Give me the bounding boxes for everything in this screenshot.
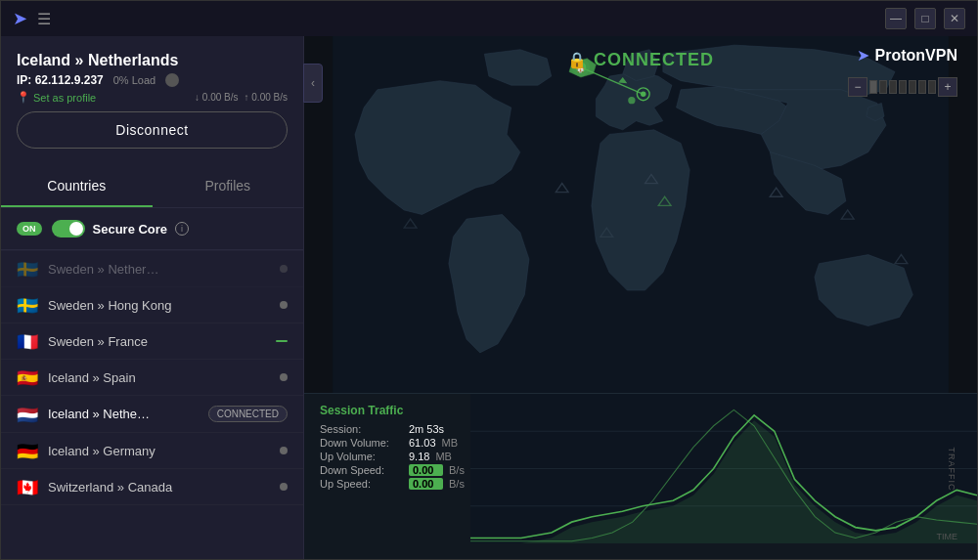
stat-label: Down Speed: <box>320 464 403 476</box>
time-label: TIME <box>937 532 958 541</box>
svg-point-6 <box>641 92 645 97</box>
chart-area: TRAFFIC TIME <box>470 394 977 543</box>
ip-load-row: IP: 62.112.9.237 0% Load <box>17 73 288 87</box>
flag-icon: 🇸🇪 <box>17 297 38 313</box>
connected-label: CONNECTED <box>594 50 714 70</box>
traffic-panel: Session Traffic Session: 2m 53s Down Vol… <box>304 393 977 559</box>
disconnect-button[interactable]: Disconnect <box>17 111 288 149</box>
down-speed: ↓ 0.00 B/s <box>195 92 238 103</box>
server-item-name: Iceland » Germany <box>48 444 280 458</box>
stat-label: Up Volume: <box>320 451 403 462</box>
proton-logo-text: ProtonVPN <box>875 47 957 65</box>
title-bar-left: ➤ ☰ <box>13 8 51 29</box>
secure-core-toggle[interactable] <box>52 220 85 237</box>
up-speed: ↑ 0.00 B/s <box>244 92 288 103</box>
proton-brand-icon: ➤ <box>857 46 869 65</box>
list-item[interactable]: 🇸🇪 Sweden » Hong Kong <box>1 287 303 323</box>
secure-core-label: Secure Core <box>93 222 168 237</box>
zoom-controls: − + <box>848 77 957 97</box>
tab-countries[interactable]: Countries <box>1 166 153 207</box>
stat-label: Session: <box>320 423 403 435</box>
load-indicator <box>165 73 179 87</box>
tab-profiles[interactable]: Profiles <box>153 166 304 207</box>
svg-point-7 <box>628 97 635 104</box>
left-panel: Iceland » Netherlands IP: 62.112.9.237 0… <box>1 36 304 559</box>
server-item-name: Sweden » Hong Kong <box>48 298 280 313</box>
flag-icon: 🇪🇸 <box>17 369 38 385</box>
zoom-segment <box>879 80 887 94</box>
zoom-segment <box>918 80 926 94</box>
server-item-name: Iceland » Spain <box>48 370 280 385</box>
list-item[interactable]: 🇩🇪 Iceland » Germany <box>1 433 303 469</box>
stat-unit: MB <box>435 451 452 462</box>
main-content: Iceland » Netherlands IP: 62.112.9.237 0… <box>1 36 977 559</box>
hamburger-menu[interactable]: ☰ <box>37 10 51 28</box>
server-item-name: Sweden » Nether… <box>48 262 280 277</box>
traffic-vertical-label: TRAFFIC <box>947 447 956 491</box>
server-load-dot <box>280 301 288 309</box>
server-load-dot <box>280 265 288 273</box>
toggle-on-label: ON <box>17 222 42 236</box>
speed-info: ↓ 0.00 B/s ↑ 0.00 B/s <box>195 92 288 103</box>
zoom-segment <box>869 80 877 94</box>
connection-info: Iceland » Netherlands IP: 62.112.9.237 0… <box>1 36 303 158</box>
secure-core-row: ON Secure Core i <box>1 208 303 250</box>
flag-icon: 🇳🇱 <box>17 407 38 422</box>
stat-value: 61.03 <box>409 437 436 449</box>
server-name: Iceland » Netherlands <box>17 52 288 69</box>
close-button[interactable]: ✕ <box>944 8 965 29</box>
set-profile-link[interactable]: 📍 Set as profile <box>17 91 96 104</box>
server-item-name: Sweden » France <box>48 334 276 349</box>
server-load-dot <box>280 483 288 491</box>
proton-nav-icon: ➤ <box>13 8 27 29</box>
collapse-panel-button[interactable]: ‹ <box>303 64 323 103</box>
zoom-segment <box>889 80 897 94</box>
stat-value: 2m 53s <box>409 423 444 435</box>
server-item-name: Switzerland » Canada <box>48 480 280 495</box>
minimize-button[interactable]: — <box>885 8 907 29</box>
stat-unit: MB <box>442 437 459 449</box>
flag-icon: 🇸🇪 <box>17 261 38 277</box>
stat-value: 9.18 <box>409 451 429 462</box>
right-panel: ‹ <box>304 36 977 559</box>
minus-indicator <box>276 340 288 342</box>
zoom-segment <box>899 80 907 94</box>
maximize-button[interactable]: □ <box>914 8 936 29</box>
zoom-bar <box>869 80 936 94</box>
app-window: ➤ ☰ — □ ✕ Iceland » Netherlands IP: 62.1… <box>0 0 978 560</box>
server-list: ON Secure Core i 🇸🇪 Sweden » Nether… 🇸🇪 … <box>1 208 303 559</box>
stat-unit: B/s <box>449 464 465 476</box>
proton-branding: ➤ ProtonVPN <box>857 46 957 65</box>
list-item[interactable]: 🇨🇦 Switzerland » Canada <box>1 469 303 505</box>
stat-label: Down Volume: <box>320 437 403 449</box>
connected-status: 🔒 CONNECTED <box>567 50 714 70</box>
lock-icon: 🔒 <box>567 51 588 69</box>
flag-icon: 🇫🇷 <box>17 333 38 349</box>
connected-badge: CONNECTED <box>208 406 288 422</box>
map-container: 🏠 <box>304 36 977 393</box>
list-item[interactable]: 🇸🇪 Sweden » Nether… <box>1 250 303 287</box>
stat-unit: B/s <box>449 478 465 490</box>
server-load-dot <box>280 447 288 454</box>
zoom-minus-button[interactable]: − <box>848 77 867 97</box>
list-item[interactable]: 🇪🇸 Iceland » Spain <box>1 360 303 396</box>
set-profile-label: Set as profile <box>33 92 96 104</box>
list-item[interactable]: 🇳🇱 Iceland » Nethe… CONNECTED <box>1 396 303 433</box>
zoom-segment <box>909 80 916 94</box>
list-item[interactable]: 🇫🇷 Sweden » France <box>1 323 303 360</box>
pin-icon: 📍 <box>17 91 30 104</box>
server-item-name: Iceland » Nethe… <box>48 407 208 421</box>
ip-address: IP: 62.112.9.237 <box>17 73 104 87</box>
title-bar: ➤ ☰ — □ ✕ <box>1 1 977 36</box>
title-bar-controls: — □ ✕ <box>885 8 965 29</box>
server-load-dot <box>280 373 288 381</box>
zoom-segment <box>928 80 936 94</box>
stat-label: Up Speed: <box>320 478 403 490</box>
stat-value-down-speed: 0.00 <box>409 464 443 476</box>
flag-icon: 🇩🇪 <box>17 443 38 458</box>
zoom-plus-button[interactable]: + <box>938 77 957 97</box>
flag-icon: 🇨🇦 <box>17 479 38 495</box>
profile-speed-row: 📍 Set as profile ↓ 0.00 B/s ↑ 0.00 B/s <box>17 91 288 104</box>
load-text: 0% Load <box>113 74 156 86</box>
info-icon[interactable]: i <box>175 222 189 236</box>
